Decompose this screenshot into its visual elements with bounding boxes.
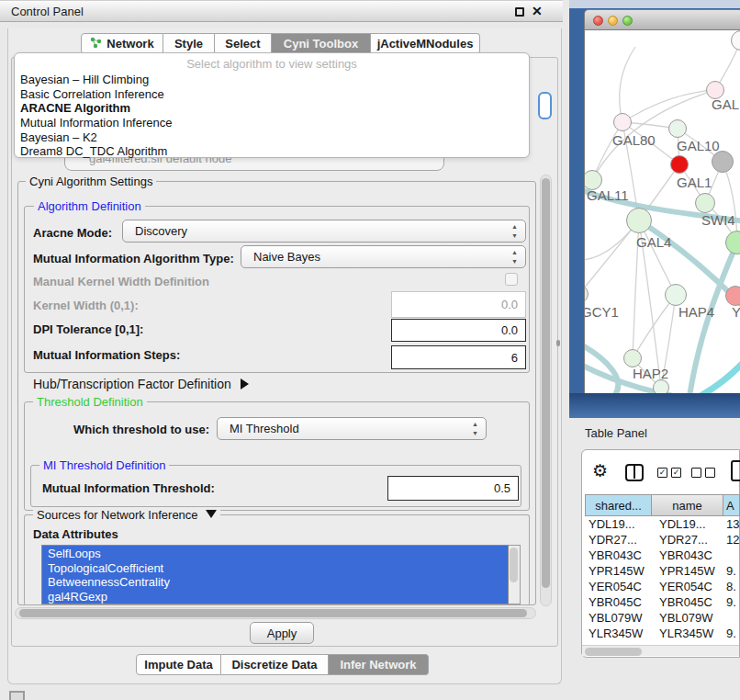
- table-row[interactable]: YBR045CYBR045C9.: [585, 594, 740, 610]
- mi-type-combo[interactable]: Naive Bayes ▲▼: [241, 245, 526, 268]
- network-node-hap2[interactable]: [623, 349, 642, 367]
- table-row[interactable]: YDR27...YDR27...12: [585, 532, 740, 548]
- which-threshold-label: Which threshold to use:: [73, 423, 209, 436]
- minimized-panel-icon[interactable]: [9, 691, 25, 700]
- algorithm-option[interactable]: Bayesian – Hill Climbing: [20, 73, 523, 87]
- node-label: GAL11: [587, 187, 629, 203]
- mi-steps-value: 6: [511, 351, 518, 365]
- network-node-swi4[interactable]: [695, 193, 715, 213]
- algorithm-option[interactable]: Mutual Information Inference: [20, 116, 523, 130]
- kernel-width-value: 0.0: [501, 298, 518, 311]
- network-node-gal10[interactable]: [668, 119, 687, 138]
- mi-threshold-value: 0.5: [494, 481, 510, 495]
- table-row[interactable]: YER054CYER054C8.: [585, 579, 740, 594]
- table-cell: YLR345W: [585, 626, 652, 641]
- settings-horizontal-scrollbar[interactable]: [15, 607, 536, 619]
- columns-icon[interactable]: [625, 464, 644, 481]
- scrollbar-thumb[interactable]: [585, 648, 642, 656]
- splitter-handle[interactable]: [556, 340, 560, 346]
- document-icon[interactable]: [731, 460, 740, 481]
- table-cell: YDR27...: [652, 532, 723, 548]
- tab-cyni-toolbox-label: Cyni Toolbox: [284, 37, 358, 51]
- tab-jactivemnodules-label: jActiveMNodules: [377, 37, 474, 51]
- tab-style-label: Style: [174, 37, 203, 51]
- kernel-width-field[interactable]: 0.0: [391, 291, 526, 318]
- close-traffic-light[interactable]: [593, 16, 603, 26]
- control-panel-title: Control Panel: [11, 5, 84, 18]
- network-canvas[interactable]: GALGAL80GAL10GAL1GAL11SWI4GAL4GCY1HAP4YH…: [584, 30, 740, 393]
- data-attribute-item[interactable]: BetweennessCentrality: [42, 575, 508, 590]
- table-cell: YBL079W: [652, 610, 723, 626]
- dpi-tolerance-field[interactable]: 0.0: [391, 319, 526, 342]
- close-icon[interactable]: ✕: [532, 4, 543, 18]
- network-node-gal1[interactable]: [670, 155, 689, 174]
- algorithm-option[interactable]: ARACNE Algorithm: [20, 101, 523, 116]
- table-row[interactable]: YBR043CYBR043C: [585, 548, 740, 563]
- data-attribute-item[interactable]: TopologicalCoefficient: [42, 561, 508, 576]
- hub-definition-label: Hub/Transcription Factor Definition: [33, 377, 231, 391]
- apply-button[interactable]: Apply: [250, 622, 314, 644]
- unchecked-checkbox-icon[interactable]: [705, 468, 715, 478]
- network-node-hap4[interactable]: [665, 284, 687, 306]
- algorithm-option[interactable]: Bayesian – K2: [20, 130, 523, 145]
- algorithm-option[interactable]: Basic Correlation Inference: [20, 87, 523, 102]
- table-cell: YBR045C: [652, 594, 723, 610]
- node-label: SWI4: [701, 212, 735, 228]
- tab-impute-data[interactable]: Impute Data: [136, 654, 221, 675]
- table-cell: YBR045C: [585, 594, 652, 610]
- attributes-list-scrollbar[interactable]: [509, 545, 521, 604]
- which-threshold-combo[interactable]: MI Threshold ▲▼: [217, 417, 487, 440]
- aracne-mode-combo[interactable]: Discovery ▲▼: [122, 220, 526, 243]
- table-row[interactable]: YLR345WYLR345W9.: [585, 626, 740, 641]
- settings-vertical-scrollbar[interactable]: [540, 175, 552, 606]
- sources-toggle[interactable]: Sources for Network Inference: [33, 508, 220, 522]
- table-row[interactable]: YPR145WYPR145W9.: [585, 563, 740, 579]
- mi-threshold-field[interactable]: 0.5: [387, 476, 519, 501]
- apply-button-label: Apply: [267, 627, 297, 640]
- column-header-name[interactable]: name: [652, 494, 723, 516]
- tab-style[interactable]: Style: [163, 33, 215, 54]
- scrollbar-thumb[interactable]: [510, 548, 518, 582]
- network-node[interactable]: [712, 151, 734, 173]
- algorithm-option[interactable]: Dream8 DC_TDC Algorithm: [20, 144, 523, 159]
- float-window-icon[interactable]: [515, 7, 524, 17]
- aracne-mode-value: Discovery: [135, 224, 187, 238]
- scrollbar-thumb[interactable]: [542, 178, 550, 588]
- cyni-algorithm-settings-title: Cyni Algorithm Settings: [26, 175, 156, 188]
- tab-select[interactable]: Select: [215, 33, 272, 54]
- tab-network-label: Network: [107, 37, 153, 51]
- network-node-gal4[interactable]: [626, 208, 652, 233]
- zoom-traffic-light[interactable]: [622, 16, 633, 26]
- combo-stepper-icon: ▲▼: [511, 222, 518, 241]
- node-label: GAL1: [677, 175, 712, 190]
- hub-definition-toggle[interactable]: Hub/Transcription Factor Definition: [33, 377, 249, 391]
- unchecked-checkbox-icon[interactable]: [691, 468, 701, 478]
- network-node-y[interactable]: [725, 286, 740, 306]
- scrollbar-thumb[interactable]: [19, 609, 527, 617]
- checked-checkbox-icon[interactable]: ✓: [657, 468, 667, 478]
- table-row[interactable]: YDL19...YDL19...13: [585, 516, 740, 532]
- node-label: HAP4: [678, 304, 714, 320]
- tab-cyni-toolbox[interactable]: Cyni Toolbox: [272, 33, 371, 54]
- network-window-titlebar[interactable]: [584, 9, 740, 30]
- column-header-partial[interactable]: A: [723, 494, 740, 516]
- network-node[interactable]: [653, 379, 669, 393]
- column-header-shared-name[interactable]: shared...: [585, 494, 652, 516]
- manual-kernel-checkbox[interactable]: [505, 273, 518, 286]
- data-attribute-item[interactable]: gal4RGexp: [42, 590, 508, 604]
- algorithm-definition-title: Algorithm Definition: [34, 199, 145, 213]
- tab-network[interactable]: Network: [81, 33, 163, 54]
- network-node-gal80[interactable]: [613, 113, 632, 131]
- tab-infer-network[interactable]: Infer Network: [329, 654, 429, 675]
- gear-icon[interactable]: ⚙: [592, 460, 608, 481]
- table-row[interactable]: YBL079WYBL079W: [585, 610, 740, 626]
- mi-steps-field[interactable]: 6: [391, 345, 526, 369]
- tab-jactivemnodules[interactable]: jActiveMNodules: [371, 33, 480, 54]
- tab-discretize-data[interactable]: Discretize Data: [221, 654, 329, 675]
- combo-stepper-icon: ▲▼: [511, 248, 518, 266]
- table-cell: [723, 610, 740, 626]
- checked-checkbox-icon[interactable]: ✓: [671, 468, 681, 478]
- minimize-traffic-light[interactable]: [608, 16, 618, 26]
- table-horizontal-scrollbar[interactable]: [582, 645, 739, 656]
- data-attribute-item[interactable]: SelfLoops: [42, 547, 508, 561]
